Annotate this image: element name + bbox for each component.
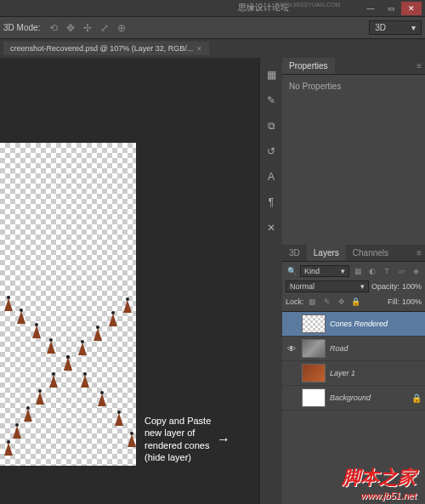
minimize-button[interactable]: — xyxy=(360,2,381,15)
layer-1[interactable]: Layer 1 xyxy=(282,361,425,386)
chevron-down-icon: ▾ xyxy=(411,23,416,32)
annotation-arrow: → xyxy=(217,432,230,447)
mode-label: 3D Mode: xyxy=(3,23,40,32)
history-icon[interactable]: ↺ xyxy=(264,144,278,158)
path-icon[interactable]: ✕ xyxy=(264,221,278,235)
layer-thumb[interactable] xyxy=(302,314,326,333)
panel-menu-icon[interactable]: ≡ xyxy=(413,58,425,74)
titlebar: — ▭ ✕ xyxy=(0,0,425,17)
para-icon[interactable]: ¶ xyxy=(264,195,278,209)
properties-tabs: Properties ≡ xyxy=(282,58,425,75)
canvas-area[interactable]: Copy and Paste new layer of rendered con… xyxy=(0,58,259,504)
visibility-toggle[interactable]: 👁 xyxy=(286,343,298,354)
opacity-value[interactable]: 100% xyxy=(402,282,422,291)
properties-tab[interactable]: Properties xyxy=(282,58,335,74)
close-button[interactable]: ✕ xyxy=(401,2,422,15)
layer-thumb[interactable] xyxy=(302,364,326,382)
layer-road[interactable]: 👁 Road xyxy=(282,337,425,361)
fill-value[interactable]: 100% xyxy=(402,297,422,306)
annotation-text: Copy and Paste new layer of rendered con… xyxy=(144,415,211,463)
orbit-icon[interactable]: ⟲ xyxy=(47,21,60,35)
rotate-icon[interactable]: ⊕ xyxy=(115,21,128,35)
layers-controls: 🔍 Kind▾ ▦ ◐ T ▱ ◈ Normal▾ Opacity: 100% … xyxy=(282,262,425,312)
visibility-toggle[interactable] xyxy=(286,367,298,379)
scale-icon[interactable]: ⤢ xyxy=(98,21,111,35)
options-bar: 3D Mode: ⟲ ✥ ✢ ⤢ ⊕ 3D▾ xyxy=(0,17,425,39)
tab-3d[interactable]: 3D xyxy=(282,245,307,261)
tab-close-icon[interactable]: ✕ xyxy=(196,45,202,53)
move-icon[interactable]: ✢ xyxy=(81,21,94,35)
filter-smart-icon[interactable]: ◈ xyxy=(410,265,422,277)
blend-mode-select[interactable]: Normal▾ xyxy=(286,280,369,292)
lock-all-icon[interactable]: 🔒 xyxy=(350,296,362,308)
watermark-bottom: 脚本之家 www.jb51.net xyxy=(342,465,416,501)
filter-adjust-icon[interactable]: ◐ xyxy=(366,265,378,277)
search-icon[interactable]: 🔍 xyxy=(286,265,298,277)
maximize-button[interactable]: ▭ xyxy=(381,2,401,15)
clone-icon[interactable]: ⧉ xyxy=(264,119,278,133)
canvas[interactable] xyxy=(0,143,136,466)
tab-channels[interactable]: Channels xyxy=(346,245,395,261)
layer-thumb[interactable] xyxy=(302,339,326,358)
tool-icons: ⟲ ✥ ✢ ⤢ ⊕ xyxy=(47,21,128,35)
lock-pixel-icon[interactable]: ✎ xyxy=(321,296,333,308)
lock-trans-icon[interactable]: ▦ xyxy=(307,296,319,308)
tab-layers[interactable]: Layers xyxy=(307,245,346,261)
panel-menu-icon[interactable]: ≡ xyxy=(413,245,425,261)
window-controls: — ▭ ✕ xyxy=(360,2,422,15)
visibility-toggle[interactable] xyxy=(286,392,298,404)
layer-thumb[interactable] xyxy=(302,388,326,407)
brush-icon[interactable]: ✎ xyxy=(264,93,278,107)
watermark-url: WWW.MISSYUAN.COM xyxy=(275,2,340,8)
properties-body: No Properties xyxy=(282,75,425,245)
pan-icon[interactable]: ✥ xyxy=(64,21,77,35)
lock-icon: 🔒 xyxy=(411,394,422,403)
layer-background[interactable]: Background 🔒 xyxy=(282,386,425,411)
visibility-toggle[interactable] xyxy=(286,318,298,330)
filter-shape-icon[interactable]: ▱ xyxy=(395,265,407,277)
filter-pixel-icon[interactable]: ▦ xyxy=(352,265,364,277)
swatch-icon[interactable]: ▦ xyxy=(264,68,278,82)
lock-pos-icon[interactable]: ✥ xyxy=(336,296,348,308)
layer-cones-rendered[interactable]: Cones Rendered xyxy=(282,312,425,337)
workspace-dropdown[interactable]: 3D▾ xyxy=(369,20,422,35)
collapsed-panel-strip: ▦ ✎ ⧉ ↺ A ¶ ✕ xyxy=(260,58,282,504)
document-tabs: creenshot-Recovered.psd @ 107% (Layer 32… xyxy=(0,39,425,58)
right-panels: ▦ ✎ ⧉ ↺ A ¶ ✕ Properties ≡ No Properties… xyxy=(259,58,425,504)
filter-kind-select[interactable]: Kind▾ xyxy=(300,265,349,277)
layers-tabs: 3D Layers Channels ≡ xyxy=(282,245,425,262)
char-icon[interactable]: A xyxy=(264,170,278,184)
filter-type-icon[interactable]: T xyxy=(381,265,393,277)
document-tab[interactable]: creenshot-Recovered.psd @ 107% (Layer 32… xyxy=(3,42,209,55)
